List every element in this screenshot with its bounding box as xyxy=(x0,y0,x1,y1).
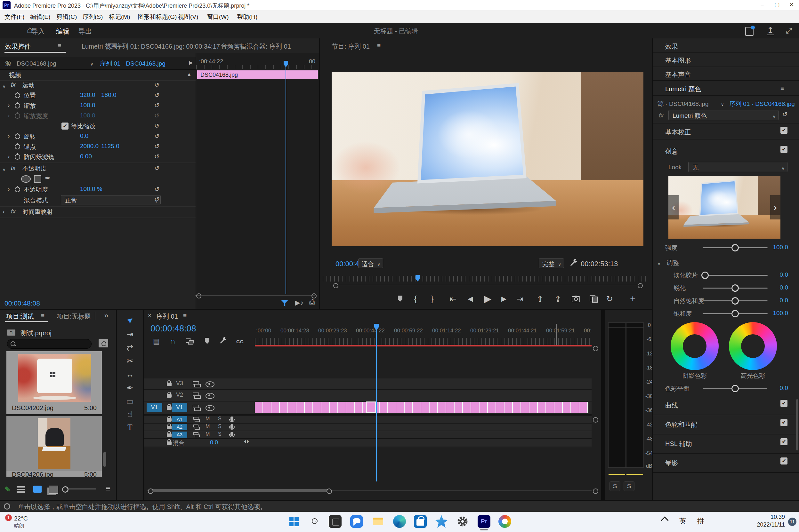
list-view-icon[interactable] xyxy=(17,486,25,493)
mic-icon[interactable] xyxy=(230,424,234,429)
tab-project-test[interactable]: 项目:测试 xyxy=(6,312,34,321)
tray-date[interactable]: 2022/11/11 xyxy=(749,521,785,528)
look-next-arrow[interactable]: › xyxy=(770,195,780,220)
rotation-value[interactable]: 0.0 xyxy=(80,132,88,139)
effect-opacity[interactable]: 不透明度 xyxy=(22,165,47,173)
icon-view-icon[interactable] xyxy=(33,486,42,493)
faded-film-knob[interactable] xyxy=(701,272,709,279)
balance-knob[interactable] xyxy=(731,385,739,392)
track-name[interactable]: V2 xyxy=(176,392,183,398)
uniform-scale-checkbox[interactable] xyxy=(61,122,69,130)
v1-clips[interactable] xyxy=(255,402,588,413)
stopwatch-icon[interactable] xyxy=(15,103,20,109)
mic-icon[interactable] xyxy=(230,432,234,436)
menu-clip[interactable]: 剪辑(C) xyxy=(56,13,77,21)
scroll-handle-right[interactable] xyxy=(312,293,317,299)
scroll-handle-right[interactable] xyxy=(638,283,643,288)
anchor-x-value[interactable]: 2000.0 xyxy=(80,143,98,150)
blend-mode-select[interactable]: 正常 xyxy=(61,195,161,204)
reset-icon[interactable] xyxy=(154,186,160,193)
project-item-name[interactable]: DSC04202.jpg xyxy=(12,404,53,412)
track-select-forward-tool[interactable]: ⇥ xyxy=(117,329,143,339)
collapse-icon[interactable] xyxy=(188,70,191,78)
search-input[interactable] xyxy=(7,339,92,349)
reset-icon[interactable] xyxy=(782,111,787,118)
chat-icon[interactable] xyxy=(350,515,363,528)
section-color-wheels[interactable]: 色轮和匹配 xyxy=(665,420,697,429)
stopwatch-icon[interactable] xyxy=(15,134,20,139)
track-row-a3[interactable]: A3 M S xyxy=(144,431,592,439)
track-name[interactable]: V3 xyxy=(176,380,183,387)
zoom-slider-knob[interactable] xyxy=(62,486,69,493)
button-editor-add-button[interactable]: + xyxy=(630,291,636,306)
adjust-twirl-icon[interactable] xyxy=(657,260,661,267)
source-clip-label[interactable]: 源 · DSC04168.jpg xyxy=(5,59,56,68)
anchor-y-value[interactable]: 1125.0 xyxy=(101,143,119,150)
solo-button[interactable]: S xyxy=(218,431,222,437)
lock-icon[interactable] xyxy=(167,394,172,398)
tab-effect-controls[interactable]: 效果控件 xyxy=(5,42,31,51)
v-scroll-handle-bottom[interactable] xyxy=(593,417,598,423)
timeline-timecode[interactable]: 00:00:48:08 xyxy=(150,324,196,334)
saturation-value[interactable]: 100.0 xyxy=(772,310,788,317)
mini-ruler-ticks[interactable] xyxy=(196,65,319,69)
effect-motion[interactable]: 运动 xyxy=(22,81,35,90)
look-prev-arrow[interactable]: ‹ xyxy=(668,195,679,220)
antiflicker-value[interactable]: 0.00 xyxy=(80,153,92,160)
corner-handle[interactable] xyxy=(593,489,598,494)
export-frame-icon[interactable]: ⎙ xyxy=(309,298,315,306)
tab-import[interactable]: 导入 xyxy=(31,27,45,36)
snap-icon[interactable]: ∩ xyxy=(170,337,175,345)
type-tool[interactable]: T xyxy=(117,423,143,432)
rectangle-tool[interactable]: ▭ xyxy=(117,397,143,406)
track-name[interactable]: A1 xyxy=(172,416,187,422)
section-hsl[interactable]: HSL 辅助 xyxy=(665,440,692,448)
sequence-clip-label[interactable]: 序列 01 · DSC04168.jpg xyxy=(100,59,166,68)
lumetri-scrollbar[interactable] xyxy=(796,399,798,451)
mic-icon[interactable] xyxy=(230,417,234,421)
track-name[interactable]: V1 xyxy=(172,403,187,412)
basic-correction-checkbox[interactable] xyxy=(780,127,787,134)
twirl-icon[interactable] xyxy=(8,102,10,109)
sync-lock-icon[interactable] xyxy=(193,405,199,408)
effects-h-scrollbar[interactable] xyxy=(195,295,315,296)
selected-clip[interactable] xyxy=(366,401,376,413)
hsl-checkbox[interactable] xyxy=(780,438,787,445)
program-h-scrollbar[interactable] xyxy=(332,285,644,285)
timeline-tab[interactable]: 序列 01 xyxy=(156,312,178,321)
position-x-value[interactable]: 320.0 xyxy=(80,92,95,98)
zoom-slider-track[interactable] xyxy=(69,489,96,490)
tab-essential-graphics[interactable]: 基本图形 xyxy=(665,56,691,65)
lock-icon[interactable] xyxy=(167,383,172,386)
reset-icon[interactable] xyxy=(154,143,160,150)
section-basic-correction[interactable]: 基本校正 xyxy=(665,128,691,137)
panel-menu-icon[interactable] xyxy=(58,42,61,49)
reset-icon[interactable] xyxy=(154,132,160,140)
track-row-a1[interactable]: A1 M S xyxy=(144,416,592,423)
track-row-v3[interactable]: V3 xyxy=(144,378,592,390)
tab-export[interactable]: 导出 xyxy=(78,27,92,36)
source-patch-v1[interactable]: V1 xyxy=(147,403,162,412)
track-row-a2[interactable]: A2 M S xyxy=(144,423,592,431)
hidden-icons-chevron[interactable] xyxy=(661,516,668,524)
twirl-icon[interactable] xyxy=(3,82,6,90)
file-explorer-icon[interactable] xyxy=(372,515,385,528)
maximize-button[interactable]: ▢ xyxy=(769,0,784,10)
curves-checkbox[interactable] xyxy=(780,400,787,407)
edge-icon[interactable] xyxy=(393,515,406,528)
creative-checkbox[interactable] xyxy=(780,146,787,153)
tab-essential-sound[interactable]: 基本声音 xyxy=(665,70,691,79)
project-tools-menu-icon[interactable] xyxy=(106,484,110,494)
store-icon[interactable] xyxy=(414,515,427,528)
lift-button[interactable]: ⇧ xyxy=(537,291,543,306)
project-scrollbar[interactable] xyxy=(103,452,106,467)
minimize-button[interactable]: – xyxy=(755,0,769,10)
sharpen-slider[interactable] xyxy=(703,288,768,288)
timeline-settings-wrench-icon[interactable] xyxy=(219,337,227,345)
lock-icon[interactable] xyxy=(167,418,172,422)
mark-in-button[interactable]: { xyxy=(414,291,417,306)
h-scroll-handle-left[interactable] xyxy=(148,489,153,494)
sync-lock-icon[interactable] xyxy=(193,432,199,435)
search-in-folder-icon[interactable] xyxy=(98,339,108,347)
reset-icon[interactable] xyxy=(154,92,160,99)
